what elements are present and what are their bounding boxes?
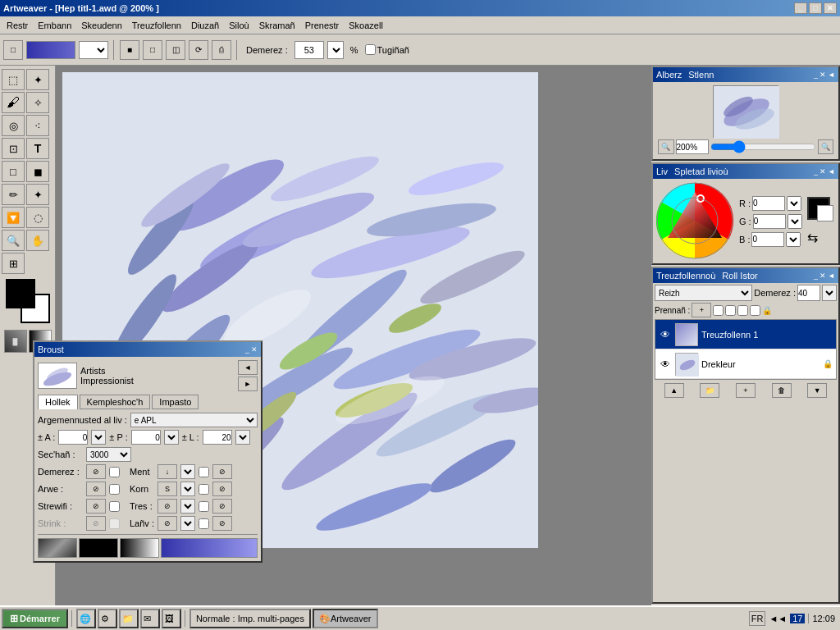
lanv-select[interactable] — [180, 516, 195, 531]
tb-btn2[interactable]: □ — [143, 40, 162, 60]
lock-check4[interactable] — [750, 305, 760, 316]
layers-minimize-btn[interactable]: _ — [814, 272, 818, 280]
layers-tab1[interactable]: Treuzfollennoù — [656, 271, 715, 281]
menu-treuzfollenn[interactable]: Treuzfollenn — [127, 19, 186, 32]
tres-check[interactable] — [199, 501, 209, 512]
layer-1-eye[interactable]: 👁 — [659, 328, 672, 341]
swap-colors-btn[interactable]: ⇆ — [807, 230, 824, 246]
arwe-circle-btn[interactable]: ⊘ — [86, 482, 106, 496]
a-select[interactable] — [91, 430, 106, 445]
p-select[interactable] — [164, 430, 179, 445]
alberz-minimize-btn[interactable]: _ — [814, 71, 818, 79]
tuginari-check[interactable] — [365, 44, 376, 55]
arwe-check[interactable] — [109, 484, 120, 495]
brush-tab-kempleshoch[interactable]: Kempleshoc'h — [80, 395, 151, 409]
delete-layer-btn[interactable]: 🗑 — [772, 383, 792, 398]
menu-silou[interactable]: Siloù — [224, 19, 253, 32]
taskbar-artweaver-item[interactable]: 🎨 Artweaver — [313, 609, 378, 628]
color-wheel-wrapper[interactable] — [656, 182, 734, 260]
brush-swatch3[interactable] — [120, 538, 159, 558]
taskbar-icon1[interactable]: 🌐 — [76, 609, 96, 628]
l-input[interactable] — [203, 430, 232, 445]
new-layer-btn[interactable]: + — [692, 303, 711, 317]
demerez-input[interactable] — [294, 41, 324, 59]
taskbar-icon3[interactable]: 📁 — [119, 609, 139, 628]
korn-select[interactable] — [180, 482, 195, 496]
g-select[interactable] — [788, 214, 802, 229]
close-button[interactable]: ✕ — [824, 2, 837, 14]
brush-swatch1[interactable] — [38, 538, 77, 558]
menu-skraman[interactable]: Skramañ — [254, 19, 300, 32]
smear-tool[interactable]: ◌ — [26, 207, 49, 228]
tres-circle-btn2[interactable]: ⊘ — [212, 499, 232, 514]
color-tab1[interactable]: Liv — [656, 167, 668, 176]
tb-btn4[interactable]: ⟳ — [189, 40, 208, 60]
demerez-select[interactable] — [327, 41, 344, 59]
title-bar-buttons[interactable]: _ □ ✕ — [794, 2, 837, 14]
strewifi-check[interactable] — [109, 501, 120, 512]
fg-swatch[interactable] — [807, 197, 830, 220]
alberz-close-btn[interactable]: ✕ — [819, 71, 826, 79]
r-input[interactable] — [752, 196, 785, 211]
eraser-tool[interactable]: ✧ — [26, 92, 49, 113]
layer-item-2[interactable]: 👁 Drekleur 🔒 — [655, 349, 836, 379]
new-folder-btn[interactable]: 📁 — [700, 383, 719, 398]
rect-tool[interactable]: □ — [2, 161, 25, 182]
brush-color-gradient[interactable] — [161, 538, 258, 558]
hand-tool[interactable]: ✋ — [26, 230, 49, 251]
lock-check2[interactable] — [725, 305, 736, 316]
korn-check[interactable] — [199, 484, 209, 495]
demerez-check[interactable] — [109, 467, 120, 477]
alberz-options-btn[interactable]: ◄ — [828, 71, 835, 79]
l-select[interactable] — [235, 430, 250, 445]
strink-check[interactable] — [109, 518, 120, 529]
lanv-check[interactable] — [199, 518, 209, 529]
tb-btn5[interactable]: ⎙ — [212, 40, 231, 60]
brush-prev-btn[interactable]: ◄ — [238, 360, 258, 375]
tb-btn1[interactable]: ■ — [120, 40, 139, 60]
zoom-slider[interactable] — [710, 139, 816, 154]
tuginari-checkbox[interactable]: Tugiñañ — [365, 44, 409, 55]
taskbar-normale-item[interactable]: Normale : Imp. multi-pages — [189, 609, 311, 628]
lasso-tool[interactable]: ✦ — [26, 69, 49, 90]
fill-tool[interactable]: ◼ — [26, 161, 49, 182]
demerez-circle-btn[interactable]: ⊘ — [86, 464, 106, 479]
strink-circle-btn[interactable]: ⊘ — [86, 516, 106, 531]
lock-check1[interactable] — [713, 305, 724, 316]
layers-close-btn[interactable]: ✕ — [819, 272, 826, 280]
layers-tab2[interactable]: Roll Istor — [722, 271, 757, 281]
add-layer-btn[interactable]: + — [736, 383, 756, 398]
text-tool[interactable]: T — [26, 138, 49, 159]
brush-swatch2[interactable] — [79, 538, 118, 558]
menu-restr[interactable]: Restr — [2, 19, 33, 32]
taskbar-icon2[interactable]: ⚙ — [98, 609, 117, 628]
clone-tool[interactable]: ◎ — [2, 115, 25, 136]
layer-2-eye[interactable]: 👁 — [659, 358, 672, 371]
eyedrop-tool[interactable]: 🔽 — [2, 207, 25, 228]
argemennusted-select[interactable]: e APL — [130, 413, 258, 427]
b-input[interactable] — [751, 232, 784, 247]
zoom-tool[interactable]: 🔍 — [2, 230, 25, 251]
color-tab2[interactable]: Spletad livioù — [674, 167, 728, 176]
color-mode-select[interactable] — [79, 41, 108, 59]
layers-options-btn[interactable]: ◄ — [828, 272, 835, 280]
alberz-tab2[interactable]: Stlenn — [688, 70, 714, 80]
p-input[interactable] — [131, 430, 161, 445]
tb-btn3[interactable]: ◫ — [166, 40, 185, 60]
maximize-button[interactable]: □ — [809, 2, 822, 14]
korn-s-btn[interactable]: S — [158, 482, 177, 496]
brush-tab-hollek[interactable]: Hollek — [38, 395, 78, 409]
select-tool[interactable]: ⬚ — [2, 69, 25, 90]
new-button[interactable]: □ — [3, 40, 23, 60]
a-input[interactable] — [58, 430, 88, 445]
brush-tab-impasto[interactable]: Impasto — [152, 395, 199, 409]
smudge-tool[interactable]: ⁖ — [26, 115, 49, 136]
crop-tool[interactable]: ⊡ — [2, 138, 25, 159]
bg-swatch[interactable] — [817, 205, 833, 221]
opacity-input[interactable] — [797, 285, 820, 301]
ment-select[interactable] — [180, 464, 195, 479]
tres-select[interactable] — [180, 499, 195, 514]
strewifi-circle-btn[interactable]: ⊘ — [86, 499, 106, 514]
opacity-select[interactable] — [822, 285, 837, 301]
sechari-select[interactable]: 3000 — [86, 447, 131, 462]
